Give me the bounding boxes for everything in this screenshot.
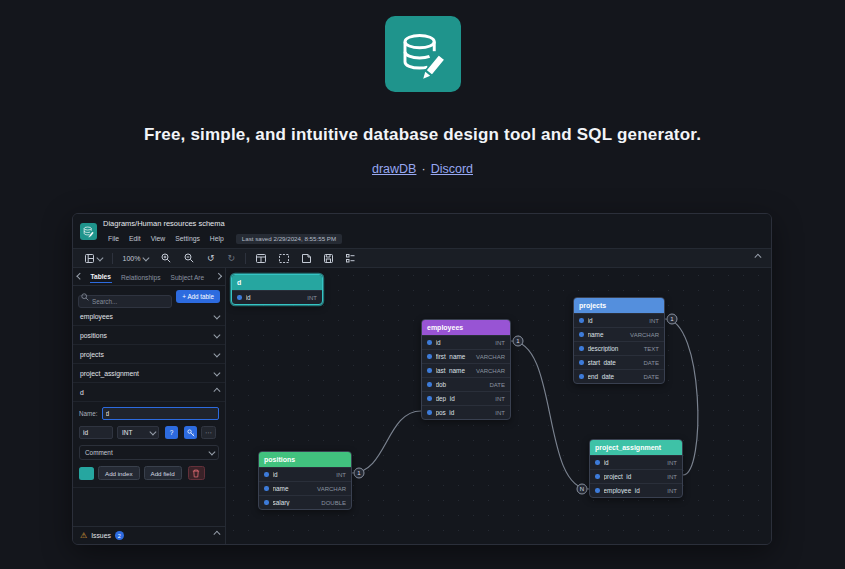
canvas-table-projects[interactable]: projectsidINTnameVARCHARdescriptionTEXTs…: [573, 297, 665, 384]
field-type: DOUBLE: [321, 500, 346, 506]
zoom-level-dropdown[interactable]: 100%: [120, 253, 151, 264]
table-header[interactable]: projects: [574, 298, 664, 313]
table-field-row[interactable]: dobDATE: [422, 377, 510, 391]
issues-count-badge: 2: [115, 531, 124, 540]
field-options-button[interactable]: ⋯: [201, 426, 216, 439]
sidebar-table-item-projects[interactable]: projects: [73, 345, 225, 364]
table-field-row[interactable]: dep_idINT: [422, 391, 510, 405]
table-color-swatch[interactable]: [79, 467, 94, 480]
add-note-tool-button[interactable]: [299, 252, 314, 265]
redo-button[interactable]: ↻: [224, 252, 238, 264]
field-dot-icon: [579, 318, 584, 323]
table-field-row[interactable]: nameVARCHAR: [259, 481, 351, 495]
table-header[interactable]: d: [232, 275, 322, 290]
table-field-row[interactable]: employee_idINT: [590, 483, 682, 497]
warning-icon: ⚠: [80, 532, 87, 540]
discord-link[interactable]: Discord: [431, 162, 473, 176]
table-field-row[interactable]: end_dateDATE: [574, 369, 664, 383]
menu-item-file[interactable]: File: [103, 234, 124, 243]
field-name: dob: [436, 381, 486, 388]
sidebar-table-item-positions[interactable]: positions: [73, 326, 225, 345]
field-type: INT: [495, 410, 505, 416]
table-field-row[interactable]: start_dateDATE: [574, 355, 664, 369]
comment-section-toggle[interactable]: Comment: [79, 445, 219, 460]
field-type: INT: [495, 396, 505, 402]
table-field-row[interactable]: nameVARCHAR: [574, 327, 664, 341]
drawdb-link[interactable]: drawDB: [372, 162, 416, 176]
save-button[interactable]: [321, 252, 336, 265]
field-name: id: [436, 339, 492, 346]
relationship-line[interactable]: [352, 411, 421, 473]
table-header[interactable]: project_assignment: [590, 440, 682, 455]
field-type: DATE: [489, 382, 505, 388]
comment-label: Comment: [85, 449, 113, 456]
field-type: VARCHAR: [630, 332, 659, 338]
add-field-button[interactable]: Add field: [144, 466, 182, 480]
table-item-label: projects: [80, 351, 104, 358]
sidebar-table-item-d[interactable]: d: [73, 383, 225, 402]
table-field-row[interactable]: idINT: [232, 290, 322, 304]
document-title[interactable]: Diagrams/Human resources schema: [103, 217, 771, 231]
field-name: employee_id: [604, 487, 664, 494]
table-field-row[interactable]: idINT: [422, 335, 510, 349]
zoom-out-button[interactable]: [181, 251, 197, 265]
menu-item-help[interactable]: Help: [205, 234, 229, 243]
primary-key-toggle-button[interactable]: [184, 426, 197, 439]
field-dot-icon: [427, 368, 432, 373]
menu-item-edit[interactable]: Edit: [124, 234, 146, 243]
canvas-table-positions[interactable]: positionsidINTnameVARCHARsalaryDOUBLE: [258, 451, 352, 510]
sidebar-table-item-project_assignment[interactable]: project_assignment: [73, 364, 225, 383]
zoom-in-button[interactable]: [158, 251, 174, 265]
field-name: id: [588, 317, 646, 324]
add-table-button[interactable]: + Add table: [176, 290, 220, 303]
issues-collapse-icon[interactable]: [213, 532, 219, 538]
diagram-canvas[interactable]: 11N1 didINTemployeesidINTfirst_nameVARCH…: [226, 268, 771, 544]
table-field-row[interactable]: first_nameVARCHAR: [422, 349, 510, 363]
table-field-row[interactable]: idINT: [259, 467, 351, 481]
delete-table-button[interactable]: [188, 466, 205, 480]
field-name-input[interactable]: [79, 426, 113, 439]
undo-button[interactable]: ↺: [204, 252, 218, 264]
table-name-input[interactable]: [102, 407, 219, 420]
menu-item-settings[interactable]: Settings: [170, 234, 205, 243]
issues-section[interactable]: ⚠ Issues 2: [73, 526, 225, 544]
table-field-row[interactable]: project_idINT: [590, 469, 682, 483]
tab-subject-are[interactable]: Subject Are: [170, 271, 206, 283]
field-dot-icon: [579, 360, 584, 365]
sidebar-table-item-employees[interactable]: employees: [73, 307, 225, 326]
tabs-scroll-left-icon[interactable]: [77, 273, 83, 279]
table-field-row[interactable]: pos_idINT: [422, 405, 510, 419]
drawdb-app-window: Diagrams/Human resources schema FileEdit…: [72, 213, 772, 545]
tabs-scroll-right-icon[interactable]: [215, 273, 221, 279]
table-field-row[interactable]: descriptionTEXT: [574, 341, 664, 355]
collapse-header-button[interactable]: [752, 254, 763, 263]
chevron-down-icon: [149, 429, 155, 435]
table-field-row[interactable]: salaryDOUBLE: [259, 495, 351, 509]
tab-relationships[interactable]: Relationships: [120, 271, 162, 283]
table-field-row[interactable]: last_nameVARCHAR: [422, 363, 510, 377]
canvas-table-d[interactable]: didINT: [231, 274, 323, 305]
canvas-table-employees[interactable]: employeesidINTfirst_nameVARCHARlast_name…: [421, 319, 511, 420]
layout-toggle-button[interactable]: [82, 252, 105, 265]
search-row: + Add table: [73, 286, 225, 307]
add-table-tool-button[interactable]: [253, 252, 269, 265]
hero-section: Free, simple, and intuitive database des…: [0, 0, 845, 176]
cardinality-label: N: [580, 486, 584, 492]
field-type-select[interactable]: INT: [117, 426, 159, 439]
tab-tables[interactable]: Tables: [90, 270, 112, 283]
table-field-row[interactable]: idINT: [590, 455, 682, 469]
nullable-toggle-button[interactable]: ?: [165, 426, 178, 439]
field-dot-icon: [595, 488, 600, 493]
table-header[interactable]: employees: [422, 320, 510, 335]
add-table-icon: [256, 254, 266, 263]
todo-tool-button[interactable]: [343, 252, 358, 265]
field-dot-icon: [427, 410, 432, 415]
link-separator: ·: [421, 162, 425, 176]
add-area-tool-button[interactable]: [276, 252, 292, 265]
canvas-table-project_assignment[interactable]: project_assignmentidINTproject_idINTempl…: [589, 439, 683, 498]
table-header[interactable]: positions: [259, 452, 351, 467]
table-field-row[interactable]: idINT: [574, 313, 664, 327]
search-input[interactable]: [78, 295, 172, 308]
menu-item-view[interactable]: View: [146, 234, 171, 243]
add-index-button[interactable]: Add index: [98, 466, 140, 480]
